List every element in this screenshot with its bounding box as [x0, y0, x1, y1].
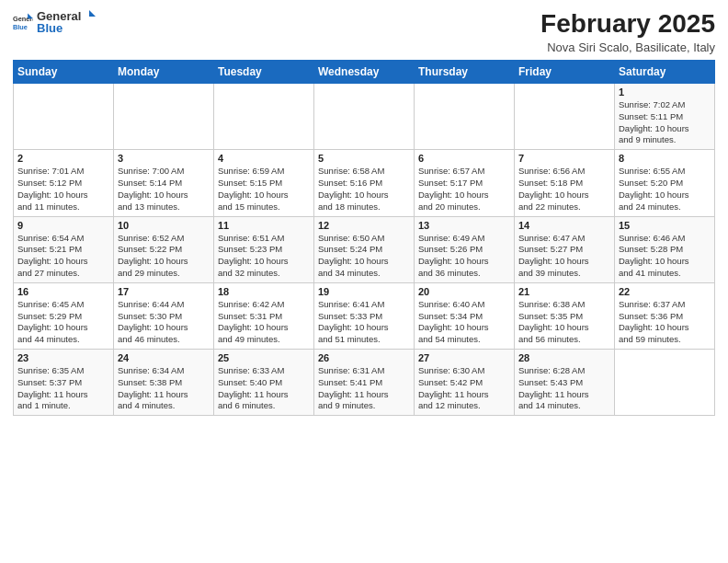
- day-number: 18: [218, 286, 310, 297]
- day-info: Sunrise: 6:42 AM Sunset: 5:31 PM Dayligh…: [218, 299, 310, 346]
- calendar-cell: 25Sunrise: 6:33 AM Sunset: 5:40 PM Dayli…: [214, 350, 314, 416]
- calendar-table: SundayMondayTuesdayWednesdayThursdayFrid…: [13, 60, 715, 416]
- day-info: Sunrise: 6:46 AM Sunset: 5:28 PM Dayligh…: [619, 233, 711, 280]
- day-of-week-header: Monday: [114, 61, 214, 84]
- day-number: 20: [418, 286, 510, 297]
- day-info: Sunrise: 6:51 AM Sunset: 5:23 PM Dayligh…: [218, 233, 310, 280]
- day-info: Sunrise: 6:47 AM Sunset: 5:27 PM Dayligh…: [518, 233, 610, 280]
- calendar-cell: 22Sunrise: 6:37 AM Sunset: 5:36 PM Dayli…: [615, 282, 715, 349]
- day-number: 23: [17, 352, 109, 363]
- calendar-week-row: 9Sunrise: 6:54 AM Sunset: 5:21 PM Daylig…: [14, 216, 715, 282]
- calendar-cell: 15Sunrise: 6:46 AM Sunset: 5:28 PM Dayli…: [615, 216, 715, 282]
- day-info: Sunrise: 6:33 AM Sunset: 5:40 PM Dayligh…: [218, 365, 310, 412]
- calendar-cell: 20Sunrise: 6:40 AM Sunset: 5:34 PM Dayli…: [415, 282, 515, 349]
- day-info: Sunrise: 6:49 AM Sunset: 5:26 PM Dayligh…: [418, 233, 510, 280]
- day-number: 10: [118, 220, 210, 231]
- day-info: Sunrise: 6:40 AM Sunset: 5:34 PM Dayligh…: [418, 299, 510, 346]
- calendar-cell: [14, 84, 114, 150]
- calendar-week-row: 2Sunrise: 7:01 AM Sunset: 5:12 PM Daylig…: [14, 150, 715, 216]
- calendar-cell: 16Sunrise: 6:45 AM Sunset: 5:29 PM Dayli…: [14, 282, 114, 349]
- calendar-cell: 11Sunrise: 6:51 AM Sunset: 5:23 PM Dayli…: [214, 216, 314, 282]
- day-of-week-header: Friday: [515, 61, 615, 84]
- day-info: Sunrise: 6:31 AM Sunset: 5:41 PM Dayligh…: [318, 365, 410, 412]
- calendar-cell: 2Sunrise: 7:01 AM Sunset: 5:12 PM Daylig…: [14, 150, 114, 216]
- calendar-cell: 8Sunrise: 6:55 AM Sunset: 5:20 PM Daylig…: [615, 150, 715, 216]
- day-number: 3: [118, 153, 210, 164]
- calendar-cell: 1Sunrise: 7:02 AM Sunset: 5:11 PM Daylig…: [615, 84, 715, 150]
- calendar-week-row: 23Sunrise: 6:35 AM Sunset: 5:37 PM Dayli…: [14, 350, 715, 416]
- svg-marker-3: [89, 10, 96, 17]
- day-info: Sunrise: 6:37 AM Sunset: 5:36 PM Dayligh…: [619, 299, 711, 346]
- calendar-cell: [314, 84, 415, 150]
- calendar-cell: 24Sunrise: 6:34 AM Sunset: 5:38 PM Dayli…: [114, 350, 214, 416]
- day-number: 27: [418, 352, 510, 363]
- day-number: 9: [17, 220, 109, 231]
- logo-icon: General Blue: [13, 12, 33, 32]
- day-info: Sunrise: 7:02 AM Sunset: 5:11 PM Dayligh…: [619, 99, 711, 146]
- calendar-location: Nova Siri Scalo, Basilicate, Italy: [540, 40, 715, 54]
- calendar-cell: 9Sunrise: 6:54 AM Sunset: 5:21 PM Daylig…: [14, 216, 114, 282]
- calendar-cell: 14Sunrise: 6:47 AM Sunset: 5:27 PM Dayli…: [515, 216, 615, 282]
- calendar-cell: [214, 84, 314, 150]
- calendar-cell: 23Sunrise: 6:35 AM Sunset: 5:37 PM Dayli…: [14, 350, 114, 416]
- calendar-week-row: 16Sunrise: 6:45 AM Sunset: 5:29 PM Dayli…: [14, 282, 715, 349]
- day-info: Sunrise: 6:35 AM Sunset: 5:37 PM Dayligh…: [17, 365, 109, 412]
- day-number: 12: [318, 220, 410, 231]
- day-info: Sunrise: 6:56 AM Sunset: 5:18 PM Dayligh…: [518, 166, 610, 213]
- calendar-cell: 5Sunrise: 6:58 AM Sunset: 5:16 PM Daylig…: [314, 150, 415, 216]
- calendar-cell: 3Sunrise: 7:00 AM Sunset: 5:14 PM Daylig…: [114, 150, 214, 216]
- calendar-cell: 21Sunrise: 6:38 AM Sunset: 5:35 PM Dayli…: [515, 282, 615, 349]
- day-info: Sunrise: 6:55 AM Sunset: 5:20 PM Dayligh…: [619, 166, 711, 213]
- day-number: 24: [118, 352, 210, 363]
- day-info: Sunrise: 6:30 AM Sunset: 5:42 PM Dayligh…: [418, 365, 510, 412]
- day-info: Sunrise: 6:58 AM Sunset: 5:16 PM Dayligh…: [318, 166, 410, 213]
- day-info: Sunrise: 6:38 AM Sunset: 5:35 PM Dayligh…: [518, 299, 610, 346]
- day-info: Sunrise: 6:28 AM Sunset: 5:43 PM Dayligh…: [518, 365, 610, 412]
- title-block: February 2025 Nova Siri Scalo, Basilicat…: [540, 9, 715, 54]
- calendar-cell: 4Sunrise: 6:59 AM Sunset: 5:15 PM Daylig…: [214, 150, 314, 216]
- day-number: 11: [218, 220, 310, 231]
- day-of-week-header: Sunday: [14, 61, 114, 84]
- day-of-week-header: Tuesday: [214, 61, 314, 84]
- day-number: 17: [118, 286, 210, 297]
- calendar-cell: [515, 84, 615, 150]
- day-info: Sunrise: 6:50 AM Sunset: 5:24 PM Dayligh…: [318, 233, 410, 280]
- day-number: 1: [619, 86, 711, 98]
- calendar-cell: 27Sunrise: 6:30 AM Sunset: 5:42 PM Dayli…: [415, 350, 515, 416]
- day-info: Sunrise: 6:44 AM Sunset: 5:30 PM Dayligh…: [118, 299, 210, 346]
- day-number: 6: [418, 153, 510, 164]
- calendar-cell: [114, 84, 214, 150]
- calendar-cell: 19Sunrise: 6:41 AM Sunset: 5:33 PM Dayli…: [314, 282, 415, 349]
- day-info: Sunrise: 6:41 AM Sunset: 5:33 PM Dayligh…: [318, 299, 410, 346]
- day-number: 7: [518, 153, 610, 164]
- day-number: 16: [17, 286, 109, 297]
- day-info: Sunrise: 6:34 AM Sunset: 5:38 PM Dayligh…: [118, 365, 210, 412]
- day-of-week-header: Wednesday: [314, 61, 415, 84]
- calendar-cell: 10Sunrise: 6:52 AM Sunset: 5:22 PM Dayli…: [114, 216, 214, 282]
- calendar-cell: 17Sunrise: 6:44 AM Sunset: 5:30 PM Dayli…: [114, 282, 214, 349]
- header: General Blue General Blue February 2025 …: [13, 9, 715, 54]
- day-info: Sunrise: 6:52 AM Sunset: 5:22 PM Dayligh…: [118, 233, 210, 280]
- calendar-cell: 6Sunrise: 6:57 AM Sunset: 5:17 PM Daylig…: [415, 150, 515, 216]
- day-info: Sunrise: 6:54 AM Sunset: 5:21 PM Dayligh…: [17, 233, 109, 280]
- day-number: 5: [318, 153, 410, 164]
- day-number: 19: [318, 286, 410, 297]
- calendar-cell: 26Sunrise: 6:31 AM Sunset: 5:41 PM Dayli…: [314, 350, 415, 416]
- calendar-cell: 13Sunrise: 6:49 AM Sunset: 5:26 PM Dayli…: [415, 216, 515, 282]
- calendar-cell: 28Sunrise: 6:28 AM Sunset: 5:43 PM Dayli…: [515, 350, 615, 416]
- calendar-title: February 2025: [540, 9, 715, 39]
- day-info: Sunrise: 7:00 AM Sunset: 5:14 PM Dayligh…: [118, 166, 210, 213]
- day-number: 26: [318, 352, 410, 363]
- day-number: 2: [17, 153, 109, 164]
- day-number: 15: [619, 220, 711, 231]
- day-number: 21: [518, 286, 610, 297]
- day-number: 4: [218, 153, 310, 164]
- day-number: 25: [218, 352, 310, 363]
- day-info: Sunrise: 6:45 AM Sunset: 5:29 PM Dayligh…: [17, 299, 109, 346]
- calendar-cell: [615, 350, 715, 416]
- calendar-header-row: SundayMondayTuesdayWednesdayThursdayFrid…: [14, 61, 715, 84]
- day-of-week-header: Thursday: [415, 61, 515, 84]
- calendar-cell: [415, 84, 515, 150]
- day-info: Sunrise: 6:57 AM Sunset: 5:17 PM Dayligh…: [418, 166, 510, 213]
- svg-text:Blue: Blue: [13, 23, 28, 31]
